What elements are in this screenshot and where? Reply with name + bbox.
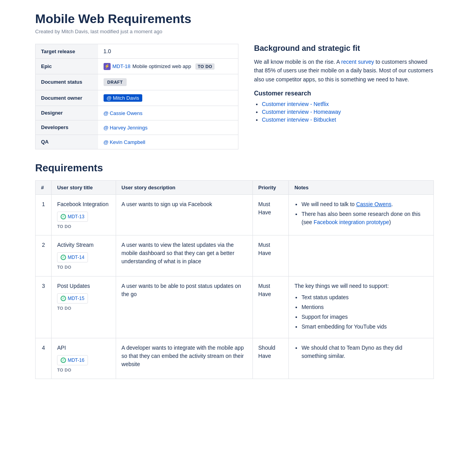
row4-priority: Should Have (252, 338, 289, 379)
ticket-icon: ✓ (61, 357, 66, 363)
row4-ticket-badge: ✓ MDT-16 (57, 355, 88, 365)
background-section: Background and strategic fit We all know… (254, 44, 434, 149)
customer-research-list: Customer interview - Netflix Customer in… (254, 101, 434, 123)
qa-tag[interactable]: @Kevin Campbell (104, 139, 145, 145)
row4-todo-label: TO DO (57, 367, 110, 374)
ticket-icon: ✓ (61, 296, 66, 301)
fb-prototype-link[interactable]: Facebook integration prototype (314, 219, 389, 225)
row4-num: 4 (36, 338, 52, 379)
developers-cell: @Harvey Jennings (98, 120, 238, 135)
row1-todo-label: TO DO (57, 223, 110, 230)
epic-link[interactable]: MDT-18 (113, 63, 131, 69)
row3-desc: A user wants to be able to post status u… (116, 276, 252, 338)
doc-owner-label: Document owner (36, 90, 98, 106)
row1-note-2: There has also been some research done o… (301, 210, 428, 226)
row4-story-title: API (57, 344, 110, 352)
recent-survey-link[interactable]: recent survey (341, 59, 374, 65)
meta-table: Target release 1.0 Epic ⚡ MDT-18 Mobile … (35, 44, 238, 149)
row2-priority: Must Have (252, 235, 289, 277)
designer-value: Cassie Owens (110, 110, 143, 116)
row1-ticket-link[interactable]: MDT-13 (68, 213, 84, 220)
row1-story-title: Facebook Integration (57, 200, 110, 208)
page-subtitle: Created by Mitch Davis, last modified ju… (35, 29, 434, 34)
requirements-title: Requirements (35, 162, 434, 174)
row3-story-title: Post Updates (57, 282, 110, 290)
doc-status-cell: DRAFT (98, 74, 238, 90)
epic-todo-badge: TO DO (195, 63, 215, 70)
row3-ticket-badge: ✓ MDT-15 (57, 293, 88, 304)
row3-title-cell: Post Updates ✓ MDT-15 TO DO (52, 276, 116, 338)
ticket-icon: ✓ (61, 255, 66, 260)
target-release-label: Target release (36, 44, 98, 59)
row2-title-cell: Activity Stream ✓ MDT-14 TO DO (52, 235, 116, 277)
row1-num: 1 (36, 194, 52, 235)
qa-cell: @Kevin Campbell (98, 135, 238, 149)
table-row: 4 API ✓ MDT-16 TO DO A developer wants t… (36, 338, 434, 379)
row3-todo-label: TO DO (57, 305, 110, 312)
doc-status-label: Document status (36, 74, 98, 90)
row2-story-title: Activity Stream (57, 241, 110, 249)
doc-owner-cell: @Mitch Davis (98, 90, 238, 106)
qa-label: QA (36, 135, 98, 149)
epic-label: Epic (36, 59, 98, 74)
row3-notes: The key things we will need to support: … (289, 276, 434, 338)
row1-priority: Must Have (252, 194, 289, 235)
doc-owner-value: Mitch Davis (113, 95, 139, 101)
col-num-header: # (36, 180, 52, 194)
background-body: We all know mobile is on the rise. A rec… (254, 57, 434, 84)
table-row: 2 Activity Stream ✓ MDT-14 TO DO A user … (36, 235, 434, 277)
qa-value: Kevin Campbell (110, 139, 145, 145)
row3-note-2: Mentions (301, 303, 428, 311)
requirements-table: # User story title User story descriptio… (35, 180, 434, 379)
at-sign: @ (107, 95, 112, 101)
col-title-header: User story title (52, 180, 116, 194)
page-title: Mobile Web Requirements (35, 12, 434, 26)
row1-ticket-badge: ✓ MDT-13 (57, 212, 88, 222)
doc-status-badge: DRAFT (104, 78, 127, 86)
research-item-2: Customer interview - Homeaway (262, 109, 434, 115)
table-row: 1 Facebook Integration ✓ MDT-13 TO DO A … (36, 194, 434, 235)
developers-label: Developers (36, 120, 98, 135)
row2-ticket-link[interactable]: MDT-14 (68, 254, 84, 261)
epic-cell: ⚡ MDT-18 Mobile optimized web app TO DO (98, 59, 238, 74)
row3-priority: Must Have (252, 276, 289, 338)
epic-icon: ⚡ (104, 63, 111, 70)
col-desc-header: User story description (116, 180, 252, 194)
row1-desc: A user wants to sign up via Facebook (116, 194, 252, 235)
row4-desc: A developer wants to integrate with the … (116, 338, 252, 379)
col-notes-header: Notes (289, 180, 434, 194)
row4-ticket-link[interactable]: MDT-16 (68, 357, 84, 364)
background-body1: We all know mobile is on the rise. A (254, 59, 341, 65)
developers-tag[interactable]: @Harvey Jennings (104, 125, 148, 131)
designer-cell: @Cassie Owens (98, 106, 238, 120)
row2-ticket-badge: ✓ MDT-14 (57, 252, 88, 262)
cassie-owens-link[interactable]: Cassie Owens (356, 201, 391, 207)
research-link-3[interactable]: Customer interview - Bitbucket (262, 117, 336, 123)
table-row: 3 Post Updates ✓ MDT-15 TO DO A user wan… (36, 276, 434, 338)
row4-notes: We should chat to Team Dyno as they did … (289, 338, 434, 379)
row2-notes (289, 235, 434, 277)
ticket-icon: ✓ (61, 214, 66, 219)
row4-note-1: We should chat to Team Dyno as they did … (301, 344, 428, 360)
row1-note-1: We will need to talk to Cassie Owens. (301, 200, 428, 208)
row3-ticket-link[interactable]: MDT-15 (68, 295, 84, 302)
research-link-1[interactable]: Customer interview - Netflix (262, 101, 329, 107)
row1-title-cell: Facebook Integration ✓ MDT-13 TO DO (52, 194, 116, 235)
row3-note-3: Support for images (301, 313, 428, 321)
col-priority-header: Priority (252, 180, 289, 194)
row2-desc: A user wants to view the latest updates … (116, 235, 252, 277)
background-title: Background and strategic fit (254, 44, 434, 53)
row3-note-1: Text status updates (301, 293, 428, 302)
research-item-3: Customer interview - Bitbucket (262, 117, 434, 123)
row3-num: 3 (36, 276, 52, 338)
target-release-value: 1.0 (98, 44, 238, 59)
row3-notes-intro: The key things we will need to support: (294, 282, 428, 290)
research-item-1: Customer interview - Netflix (262, 101, 434, 107)
customer-research-title: Customer research (254, 90, 434, 97)
row3-note-4: Smart embedding for YouTube vids (301, 323, 428, 331)
research-link-2[interactable]: Customer interview - Homeaway (262, 109, 341, 115)
designer-tag[interactable]: @Cassie Owens (104, 110, 143, 116)
row2-todo-label: TO DO (57, 264, 110, 271)
doc-owner-tag[interactable]: @Mitch Davis (104, 94, 142, 102)
row2-num: 2 (36, 235, 52, 277)
